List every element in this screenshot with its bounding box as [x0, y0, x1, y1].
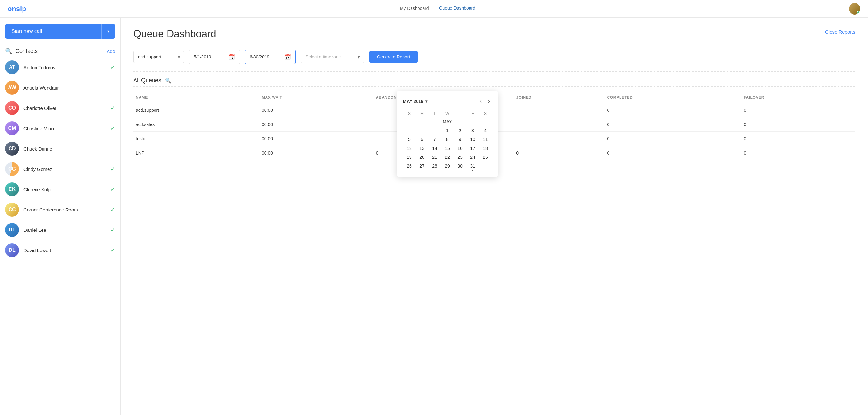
nav-my-dashboard[interactable]: My Dashboard: [400, 6, 429, 12]
table-cell: 00:00: [259, 103, 373, 117]
contact-name: Christine Miao: [24, 126, 106, 131]
start-date-calendar-icon[interactable]: 📅: [228, 53, 235, 60]
calendar-day[interactable]: 10: [466, 135, 479, 144]
calendar-day-header: F: [466, 110, 479, 117]
calendar-week-row: 1234: [403, 126, 492, 135]
calendar-day[interactable]: 20: [415, 153, 428, 161]
calendar-day[interactable]: 15: [441, 144, 454, 153]
avatar: CM: [5, 121, 19, 135]
calendar-next-button[interactable]: ›: [486, 97, 492, 105]
calendar-day[interactable]: 8: [441, 135, 454, 144]
list-item[interactable]: CGCindy Gomez✓: [0, 159, 120, 179]
calendar-grid-body: MAY1234567891011121314151617181920212223…: [403, 117, 492, 171]
list-item[interactable]: ATAndon Todorov✓: [0, 57, 120, 78]
calendar-day[interactable]: 6: [415, 135, 428, 144]
calendar-day-header: S: [403, 110, 415, 117]
calendar-day[interactable]: 24: [466, 153, 479, 161]
calendar-grid-head: SMTWTFS: [403, 110, 492, 117]
contact-name: Chuck Dunne: [24, 146, 115, 151]
calendar-month-title[interactable]: MAY 2019: [403, 99, 427, 104]
list-item[interactable]: CCCorner Conference Room✓: [0, 199, 120, 220]
contacts-left: 🔍 Contacts: [5, 48, 38, 55]
avatar: CC: [5, 203, 19, 216]
table-cell: 0: [604, 132, 741, 146]
calendar-day[interactable]: 7: [428, 135, 441, 144]
table-cell: testq: [133, 132, 259, 146]
calendar-day-header: T: [454, 110, 466, 117]
contacts-header: 🔍 Contacts Add: [0, 42, 120, 57]
contact-name: Andon Todorov: [24, 65, 106, 70]
calendar-day[interactable]: 27: [415, 161, 428, 171]
calendar-day[interactable]: 14: [428, 144, 441, 153]
avatar: CG: [5, 162, 19, 176]
timezone-select-wrapper[interactable]: Select a timezone...: [301, 51, 364, 63]
table-cell: 0: [604, 117, 741, 132]
start-call-button[interactable]: Start new call: [5, 24, 101, 39]
queue-search-icon[interactable]: 🔍: [165, 78, 171, 84]
filter-row: acd.support 5/1/2019 📅 6/30/2019 📅 Selec…: [133, 50, 855, 64]
calendar-prev-button[interactable]: ‹: [478, 97, 484, 105]
calendar-day[interactable]: 29: [441, 161, 454, 171]
add-contact-button[interactable]: Add: [106, 49, 115, 54]
contact-list: ATAndon Todorov✓AWAngela WendaurCOCharlo…: [0, 57, 120, 260]
avatar: CK: [5, 182, 19, 196]
contact-name: Clorece Kulp: [24, 187, 106, 192]
calendar-day[interactable]: 19: [403, 153, 415, 161]
calendar-week-row: 19202122232425: [403, 153, 492, 161]
start-call-dropdown-button[interactable]: ▾: [101, 24, 115, 39]
table-cell: [514, 117, 604, 132]
calendar-day[interactable]: 21: [428, 153, 441, 161]
calendar-day: [479, 161, 492, 171]
calendar-day[interactable]: 17: [466, 144, 479, 153]
calendar-day[interactable]: 23: [454, 153, 466, 161]
avatar[interactable]: [849, 3, 860, 14]
calendar-day[interactable]: 11: [479, 135, 492, 144]
calendar-day-header: W: [441, 110, 454, 117]
end-date-input[interactable]: 6/30/2019: [250, 54, 281, 59]
table-cell: [514, 103, 604, 117]
calendar-day[interactable]: 12: [403, 144, 415, 153]
list-item[interactable]: CMChristine Miao✓: [0, 118, 120, 139]
contact-name: Corner Conference Room: [24, 207, 106, 212]
table-cell: 0: [604, 146, 741, 160]
queue-select[interactable]: acd.support: [133, 51, 184, 63]
start-date-input[interactable]: 5/1/2019: [194, 54, 225, 59]
contacts-search-icon[interactable]: 🔍: [5, 48, 12, 55]
close-reports-button[interactable]: Close Reports: [825, 29, 855, 35]
calendar-day[interactable]: 4: [479, 126, 492, 135]
table-column-header: NAME: [133, 92, 259, 103]
all-queues-title: All Queues: [133, 77, 161, 84]
table-cell: LNP: [133, 146, 259, 160]
list-item[interactable]: DLDavid Lewert✓: [0, 240, 120, 260]
calendar-day[interactable]: 3: [466, 126, 479, 135]
end-date-picker[interactable]: 6/30/2019 📅: [245, 50, 296, 64]
sidebar: Start new call ▾ 🔍 Contacts Add ATAndon …: [0, 18, 121, 415]
calendar-day[interactable]: 30: [454, 161, 466, 171]
end-date-calendar-icon[interactable]: 📅: [284, 53, 291, 60]
contact-online-status: ✓: [111, 206, 115, 213]
nav-queue-dashboard[interactable]: Queue Dashboard: [439, 5, 475, 12]
avatar: DL: [5, 243, 19, 257]
calendar-day[interactable]: 22: [441, 153, 454, 161]
calendar-day[interactable]: 13: [415, 144, 428, 153]
calendar-day: [428, 126, 441, 135]
calendar-day[interactable]: 25: [479, 153, 492, 161]
start-date-picker[interactable]: 5/1/2019 📅: [189, 50, 240, 64]
calendar-day[interactable]: 2: [454, 126, 466, 135]
calendar-popup: MAY 2019 ‹ › SMTWTFS MAY1234567891011121…: [397, 91, 498, 177]
calendar-day[interactable]: 18: [479, 144, 492, 153]
calendar-day[interactable]: 16: [454, 144, 466, 153]
list-item[interactable]: DLDaniel Lee✓: [0, 220, 120, 240]
calendar-day[interactable]: 26: [403, 161, 415, 171]
list-item[interactable]: AWAngela Wendaur: [0, 78, 120, 98]
calendar-day[interactable]: 1: [441, 126, 454, 135]
generate-report-button[interactable]: Generate Report: [369, 51, 417, 63]
calendar-day[interactable]: 31: [466, 161, 479, 171]
calendar-day[interactable]: 28: [428, 161, 441, 171]
calendar-day[interactable]: 5: [403, 135, 415, 144]
list-item[interactable]: CKClorece Kulp✓: [0, 179, 120, 199]
calendar-day[interactable]: 9: [454, 135, 466, 144]
list-item[interactable]: COCharlotte Oliver✓: [0, 98, 120, 118]
list-item[interactable]: CDChuck Dunne: [0, 139, 120, 159]
table-cell: [514, 132, 604, 146]
